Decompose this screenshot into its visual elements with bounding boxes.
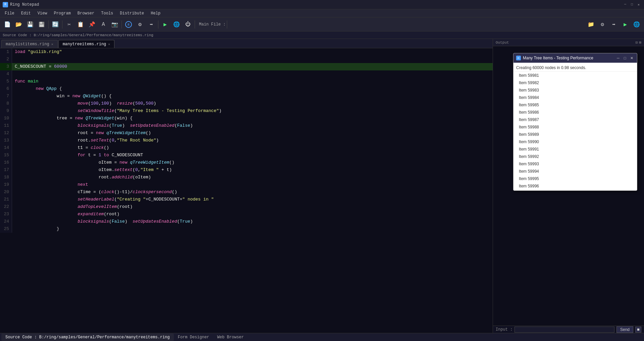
list-item[interactable]: Item 59996 <box>513 182 637 189</box>
code-line-17: 17 oItem.settext(0,"Item " + t) <box>0 166 493 174</box>
floating-content: Creating 60000 nodes in 0.98 seconds. It… <box>513 63 637 190</box>
refresh-button[interactable]: 🔄 <box>50 19 61 30</box>
list-item[interactable]: Item 59991 <box>513 146 637 153</box>
code-line-19: 19 next <box>0 181 493 188</box>
output-header: Output ⊡ ⊞ <box>493 39 644 46</box>
stop-button[interactable]: ⏹ <box>635 327 641 333</box>
code-line-23: 23 expanditem(root) <box>0 211 493 218</box>
tab-manytreeitems[interactable]: manytreeitems.ring ✕ <box>58 40 115 48</box>
code-line-10: 10 tree = new QTreeWidget(win) { <box>0 115 493 122</box>
code-line-6: 6 new QApp { <box>0 85 493 93</box>
gear-button[interactable]: ⚙ <box>597 19 608 30</box>
list-item[interactable]: Item 59983 <box>513 87 637 94</box>
globe-button2[interactable]: 🌐 <box>631 19 642 30</box>
floating-maximize-btn[interactable]: □ <box>622 56 628 60</box>
main-area: manylistitems.ring ✕ manytreeitems.ring … <box>0 39 644 333</box>
code-line-13: 13 root.setText(0,"The Root Node") <box>0 137 493 144</box>
floating-title-text: Many Tree Items - Testing Performance <box>523 56 615 60</box>
list-item[interactable]: Item 59985 <box>513 101 637 109</box>
output-panel: Output ⊡ ⊞ R Many Tree Items - Testing P… <box>493 39 644 333</box>
tabs-bar: manylistitems.ring ✕ manytreeitems.ring … <box>0 39 493 48</box>
menu-view[interactable]: View <box>34 10 51 16</box>
floating-item-list[interactable]: Item 59981Item 59982Item 59983Item 59984… <box>513 72 637 189</box>
close-tab-manylistitems[interactable]: ✕ <box>51 42 53 46</box>
arrow-button[interactable]: ➡ <box>608 19 619 30</box>
list-item[interactable]: Item 59987 <box>513 116 637 123</box>
list-item[interactable]: Item 59990 <box>513 138 637 146</box>
app-title: Ring Notepad <box>10 2 623 7</box>
output-title: Output <box>496 41 509 45</box>
open-button[interactable]: 📂 <box>13 19 24 30</box>
list-item[interactable]: Item 59984 <box>513 94 637 101</box>
cut-button[interactable]: ✂ <box>64 19 75 30</box>
list-item[interactable]: Item 59982 <box>513 79 637 87</box>
output-expand-btn[interactable]: ⊞ <box>639 40 641 45</box>
floating-close-btn[interactable]: ✕ <box>629 56 634 60</box>
forward-button[interactable]: ➡ <box>146 19 157 30</box>
list-item[interactable]: Item 59986 <box>513 109 637 116</box>
screenshot-button[interactable]: 📷 <box>109 19 120 30</box>
code-line-9: 9 setWindowTitle("Many Tree Items - Test… <box>0 107 493 115</box>
settings-button[interactable]: ⚙ <box>135 19 145 30</box>
separator <box>48 20 49 29</box>
bottom-tab-web-browser[interactable]: Web Browser <box>213 334 248 341</box>
menu-browser[interactable]: Browser <box>74 10 98 16</box>
code-area[interactable]: 1 load "guilib.ring" 2 3 C_NODESCOUNT = … <box>0 48 493 333</box>
floating-status: Creating 60000 nodes in 0.98 seconds. <box>513 64 637 72</box>
send-button[interactable]: Send <box>616 326 633 333</box>
code-line-5: 5 func main <box>0 78 493 85</box>
menu-program[interactable]: Program <box>50 10 74 16</box>
bottom-tab-source[interactable]: Source Code : B:/ring/samples/General/Pe… <box>1 334 174 341</box>
tab-manylistitems[interactable]: manylistitems.ring ✕ <box>1 40 58 48</box>
menu-help[interactable]: Help <box>147 10 164 16</box>
floating-app-icon: R <box>516 56 521 60</box>
bottom-tab-form-designer[interactable]: Form Designer <box>174 334 213 341</box>
menu-distribute[interactable]: Distribute <box>116 10 147 16</box>
code-line-25: 25 } <box>0 225 493 233</box>
input-bar: Input : Send ⏹ <box>493 326 644 333</box>
floating-window[interactable]: R Many Tree Items - Testing Performance … <box>513 53 637 191</box>
toolbar: 📄 📂 💾 🔄 ✂ 📋 📌 A 📷 R ⚙ ➡ ▶ 🌐 ⏻ Main File … <box>0 17 644 32</box>
menu-bar: File Edit View Program Browser Tools Dis… <box>0 9 644 17</box>
list-item[interactable]: Item 59981 <box>513 72 637 79</box>
close-tab-manytreeitems[interactable]: ✕ <box>108 42 110 46</box>
floating-minimize-btn[interactable]: ─ <box>615 56 621 60</box>
save-all-button[interactable]: 💾 <box>25 19 36 30</box>
save-button[interactable] <box>36 19 47 30</box>
close-button[interactable]: ✕ <box>636 2 641 7</box>
folder-button[interactable]: 📁 <box>586 19 596 30</box>
output-collapse-btn[interactable]: ⊡ <box>636 40 638 45</box>
code-line-14: 14 t1 = clock() <box>0 144 493 152</box>
separator3 <box>121 20 122 29</box>
code-line-16: 16 oItem = new qTreeWidgetItem() <box>0 159 493 166</box>
list-item[interactable]: Item 59989 <box>513 131 637 138</box>
list-item[interactable]: Item 59994 <box>513 168 637 175</box>
main-file-label: Main File : <box>199 22 226 27</box>
copy-button[interactable]: 📋 <box>75 19 86 30</box>
list-item[interactable]: Item 59993 <box>513 160 637 168</box>
code-line-8: 8 move(100,100) resize(500,500) <box>0 100 493 107</box>
title-bar: R Ring Notepad ─ □ ✕ <box>0 0 644 9</box>
menu-tools[interactable]: Tools <box>98 10 116 16</box>
font-button[interactable]: A <box>98 19 109 30</box>
source-panel: manylistitems.ring ✕ manytreeitems.ring … <box>0 39 493 333</box>
list-item[interactable]: Item 59995 <box>513 175 637 182</box>
floating-title-bar[interactable]: R Many Tree Items - Testing Performance … <box>513 53 637 63</box>
minimize-button[interactable]: ─ <box>623 2 628 7</box>
source-path-text: Source Code : B:/ring/samples/General/Pe… <box>3 33 153 37</box>
code-line-11: 11 blocksignals(True) setUpdatesEnabled(… <box>0 122 493 129</box>
ring-button[interactable]: R <box>123 19 134 30</box>
code-line-1: 1 load "guilib.ring" <box>0 48 493 56</box>
paste-button[interactable]: 📌 <box>87 19 97 30</box>
list-item[interactable]: Item 59992 <box>513 153 637 160</box>
globe-button[interactable]: 🌐 <box>171 19 182 30</box>
input-field[interactable] <box>514 327 614 333</box>
run-button[interactable]: ▶ <box>160 19 170 30</box>
list-item[interactable]: Item 59988 <box>513 123 637 131</box>
maximize-button[interactable]: □ <box>629 2 635 7</box>
new-button[interactable]: 📄 <box>2 19 13 30</box>
power-button[interactable]: ⏻ <box>183 19 193 30</box>
play-button2[interactable]: ▶ <box>620 19 631 30</box>
menu-edit[interactable]: Edit <box>18 10 34 16</box>
menu-file[interactable]: File <box>1 10 18 16</box>
